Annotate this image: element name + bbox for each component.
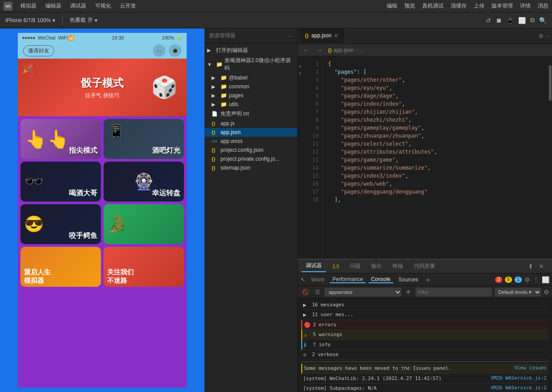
tab-app-json[interactable]: {} app.json × bbox=[300, 28, 344, 44]
grid-item-zhuanpan-top[interactable]: 🎡 幸运转盘 bbox=[104, 162, 184, 202]
phone-icon[interactable]: 📱 bbox=[506, 17, 514, 24]
debug-tab-output[interactable]: 输出 bbox=[367, 261, 386, 272]
console-fullscreen-icon[interactable]: ⬜ bbox=[542, 276, 549, 283]
menu-messages[interactable]: 消息 bbox=[538, 2, 548, 10]
collapse-1[interactable]: ▼ bbox=[298, 63, 307, 70]
forward-icon[interactable]: → bbox=[315, 46, 324, 55]
invite-friend-button[interactable]: 邀请好友 bbox=[23, 45, 54, 56]
menu-device-debug[interactable]: 真机调试 bbox=[422, 2, 444, 10]
grid-item-guanzhu[interactable]: 关注我们不迷路 bbox=[104, 247, 184, 287]
device-selector[interactable]: iPhone 6/7/8 100% ▾ bbox=[5, 17, 55, 24]
tab-close-button[interactable]: × bbox=[334, 32, 338, 39]
debug-tab-issues[interactable]: 问题 bbox=[345, 261, 365, 272]
editor-more-icon[interactable]: ··· bbox=[546, 33, 550, 39]
menu-edit[interactable]: 编辑 bbox=[387, 2, 397, 10]
tree-app-js[interactable]: {} app.js bbox=[204, 119, 297, 128]
hejiu-icon: 🕶️ bbox=[24, 172, 44, 191]
cursor-tool-icon[interactable]: ↖ bbox=[300, 276, 306, 283]
clear-console-icon[interactable]: 🚫 bbox=[300, 288, 311, 296]
breadcrumb-file-icon: {} bbox=[328, 48, 332, 53]
refresh-icon[interactable]: ↺ bbox=[486, 17, 491, 24]
tree-project-config[interactable]: {} project.config.json bbox=[204, 146, 297, 154]
console-settings-icon[interactable]: ⚙ bbox=[524, 276, 530, 283]
time-display: 19:30 bbox=[112, 35, 124, 40]
view-issues-link[interactable]: View issues bbox=[514, 365, 547, 371]
back-icon[interactable]: ← bbox=[301, 46, 311, 55]
info-badge: 1 bbox=[515, 277, 522, 283]
file-panel-more-icon[interactable]: ··· bbox=[288, 33, 293, 39]
split-icon[interactable]: ⧉ bbox=[530, 16, 535, 24]
stop-icon[interactable]: ⏹ bbox=[496, 17, 502, 24]
console-row-verbose[interactable]: ⚙ 2 verbose bbox=[301, 350, 548, 360]
wxml-tab[interactable]: Wxml bbox=[308, 277, 327, 283]
yayu-icon: 😎 bbox=[24, 215, 44, 234]
zhijian-label: 指尖模式 bbox=[69, 146, 97, 155]
level-select[interactable]: Default levels ▾ bbox=[495, 288, 541, 297]
tree-open-editors[interactable]: ▶ 打开的编辑器 bbox=[204, 45, 297, 55]
grid-item-chongqi[interactable]: 重启人生模拟器 bbox=[20, 247, 101, 287]
console-row-errors[interactable]: 🔴 2 errors bbox=[301, 320, 548, 330]
menu-version[interactable]: 版本管理 bbox=[492, 2, 513, 10]
tree-root-folder[interactable]: ▼ 📁 发喝酒神器2.0微信小程序源码 bbox=[204, 55, 297, 73]
phone-content: 🎉 骰子模式 比手气 拼技巧 🎲 👆👆 指尖模式 📱 bbox=[18, 59, 187, 388]
tree-utils[interactable]: ▶ 📁 utils bbox=[204, 100, 297, 109]
debug-close-icon[interactable]: ✕ bbox=[537, 262, 546, 271]
performance-tab[interactable]: Performance bbox=[330, 276, 366, 283]
context-selector[interactable]: appservice bbox=[324, 288, 401, 297]
console-gear-icon[interactable]: ⚙ bbox=[544, 289, 549, 296]
subpackages-link[interactable]: VM26 WAService.js:2 bbox=[491, 385, 547, 391]
console-filter-toggle[interactable]: ☰ bbox=[313, 288, 322, 296]
toolbar-divider bbox=[62, 16, 63, 25]
sources-tab[interactable]: Sources bbox=[396, 277, 421, 283]
app-wxss-label: app.wxss bbox=[220, 138, 243, 144]
search-icon[interactable]: 🔍 bbox=[539, 17, 547, 24]
record-button[interactable]: ⏺ bbox=[169, 44, 181, 57]
debug-tab-quality[interactable]: 代码质量 bbox=[409, 261, 440, 272]
hot-reload-btn[interactable]: 热重载 开 ▾ bbox=[70, 16, 97, 24]
tree-app-wxss[interactable]: <> app.wxss bbox=[204, 137, 297, 146]
tree-pages[interactable]: ▶ 📁 pages bbox=[204, 91, 297, 100]
debug-tab-terminal[interactable]: 终端 bbox=[388, 261, 408, 272]
tree-app-json[interactable]: {} app.json bbox=[204, 128, 297, 137]
console-row-user[interactable]: ▶ 11 user mes... bbox=[301, 310, 548, 320]
menu-upload[interactable]: 上传 bbox=[474, 2, 484, 10]
grid-item-yayu[interactable]: 😎 咬手鳄鱼 bbox=[20, 204, 101, 244]
zoom-chevron-icon: ▾ bbox=[52, 17, 55, 24]
console-row-warnings[interactable]: ⚠ 5 warnings bbox=[301, 330, 548, 340]
menu-clear-cache[interactable]: 清缓存 bbox=[451, 2, 467, 10]
menu-editor[interactable]: 编辑器 bbox=[42, 1, 65, 11]
debug-expand-icon[interactable]: ⬆ bbox=[526, 262, 535, 271]
grid-item-hejiu[interactable]: 🕶️ 喝酒大哥 bbox=[20, 162, 101, 202]
grid-item-yayu2[interactable]: 🐊 bbox=[104, 204, 184, 244]
menu-cloud[interactable]: 云开发 bbox=[116, 1, 140, 11]
console-toolbar: 🚫 ☰ appservice 👁 Default levels ▾ ⚙ bbox=[298, 286, 552, 298]
console-filter-input[interactable] bbox=[416, 288, 492, 297]
tree-common[interactable]: ▶ 📁 common bbox=[204, 82, 297, 91]
console-row-messages[interactable]: ▶ 16 messages bbox=[301, 300, 548, 310]
eye-icon[interactable]: 👁 bbox=[404, 288, 413, 296]
tree-project-private[interactable]: {} project.private.config.js... bbox=[204, 154, 297, 163]
collapse-2[interactable]: ▼ bbox=[298, 70, 307, 77]
menu-preview[interactable]: 预览 bbox=[404, 2, 415, 10]
hot-reload-state: 开 bbox=[88, 16, 93, 24]
console-more-icon[interactable]: ⋮ bbox=[533, 276, 539, 283]
tree-disclaimer[interactable]: 📄 免责声明.txt bbox=[204, 109, 297, 119]
grid-item-jiuba[interactable]: 📱 酒吧灯光 bbox=[104, 119, 184, 159]
console-row-info[interactable]: ℹ 7 info bbox=[301, 340, 548, 350]
split-editor-icon[interactable]: ⧉ bbox=[539, 33, 543, 39]
error-badge: 2 bbox=[495, 277, 502, 283]
menu-debugger[interactable]: 调试器 bbox=[67, 1, 90, 11]
wechatlib-link[interactable]: VM26 WAService.js:2 bbox=[491, 375, 547, 381]
menu-simulator[interactable]: 模拟器 bbox=[17, 1, 40, 11]
menu-details[interactable]: 详情 bbox=[520, 2, 531, 10]
more-subtabs-icon[interactable]: » bbox=[424, 276, 433, 284]
tree-sitemap[interactable]: {} sitemap.json bbox=[204, 163, 297, 172]
minimize-icon[interactable]: ⬜ bbox=[518, 17, 526, 24]
grid-item-zhijian[interactable]: 👆👆 指尖模式 bbox=[20, 119, 101, 159]
debug-tab-console[interactable]: 调试器 bbox=[301, 260, 326, 272]
editor-scrollbar[interactable] bbox=[548, 56, 552, 259]
console-tab[interactable]: Console bbox=[368, 276, 393, 283]
menu-visualize[interactable]: 可视化 bbox=[92, 1, 115, 11]
more-dots-button[interactable]: ··· bbox=[153, 44, 165, 57]
tree-babel[interactable]: ▶ 📁 @babel bbox=[204, 73, 297, 82]
